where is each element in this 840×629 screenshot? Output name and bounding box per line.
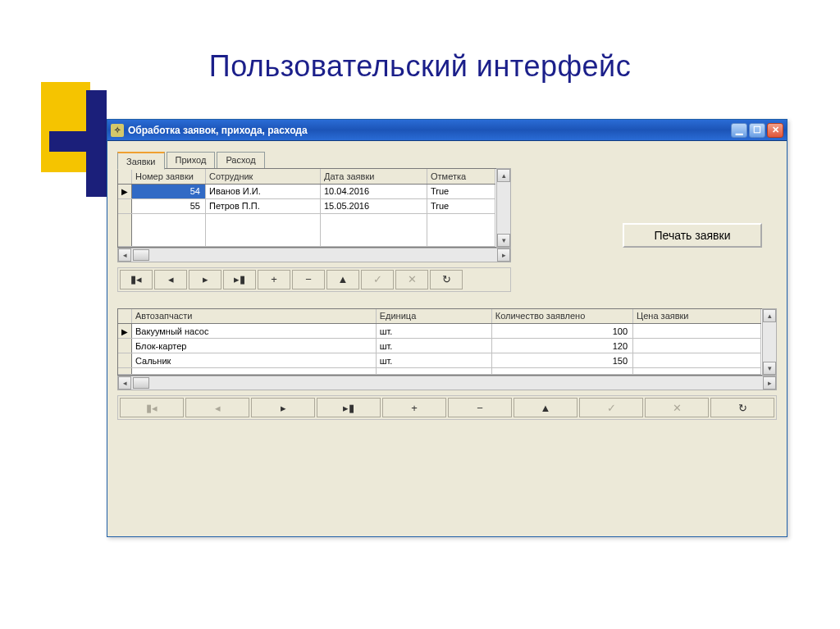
nav-cancel-button[interactable]: ✕ (645, 398, 709, 417)
cell-part[interactable]: Сальник (132, 353, 377, 368)
titlebar[interactable]: ✧ Обработка заявок, прихода, расхода ▁ ☐… (107, 120, 787, 141)
col-unit[interactable]: Единица (376, 309, 491, 324)
scroll-up-icon[interactable]: ▴ (763, 309, 776, 322)
window-content: Заявки Приход Расход Номер заявки Сотруд… (107, 141, 787, 536)
cell-price[interactable] (633, 324, 761, 339)
cell-qty[interactable]: 100 (491, 324, 632, 339)
nav-insert-button[interactable]: + (382, 398, 446, 417)
nav-insert-button[interactable]: + (258, 270, 290, 289)
nav-first-button[interactable]: ▮◂ (120, 398, 184, 417)
bottom-grid-wrap: Автозапчасти Единица Количество заявлено… (117, 308, 777, 391)
top-grid[interactable]: Номер заявки Сотрудник Дата заявки Отмет… (117, 168, 511, 248)
scroll-up-icon[interactable]: ▴ (497, 169, 510, 182)
nav-next-button[interactable]: ▸ (251, 398, 315, 417)
top-grid-wrap: Номер заявки Сотрудник Дата заявки Отмет… (117, 168, 511, 262)
table-row[interactable]: Сальник шт. 150 (118, 353, 761, 368)
nav-delete-button[interactable]: − (448, 398, 512, 417)
prev-icon: ◂ (215, 402, 221, 414)
nav-first-button[interactable]: ▮◂ (120, 270, 153, 289)
scroll-thumb[interactable] (133, 377, 149, 389)
cell-unit[interactable]: шт. (376, 324, 491, 339)
cell-employee[interactable]: Петров П.П. (206, 198, 321, 213)
current-row-indicator-icon: ▶ (121, 187, 128, 196)
indicator-header (118, 169, 132, 184)
first-icon: ▮◂ (130, 273, 142, 285)
scroll-track[interactable] (149, 248, 497, 262)
grid-filler (118, 368, 761, 375)
grid-filler (118, 213, 495, 246)
scroll-right-icon[interactable]: ▸ (763, 376, 776, 390)
nav-refresh-button[interactable]: ↻ (710, 398, 774, 417)
bottom-grid-header-row: Автозапчасти Единица Количество заявлено… (118, 309, 761, 324)
table-row[interactable]: Блок-картер шт. 120 (118, 339, 761, 353)
maximize-button[interactable]: ☐ (749, 123, 765, 138)
nav-prev-button[interactable]: ◂ (154, 270, 187, 289)
app-icon: ✧ (111, 124, 124, 137)
table-row[interactable]: ▶ 54 Иванов И.И. 10.04.2016 True (118, 184, 495, 198)
col-date[interactable]: Дата заявки (321, 169, 427, 184)
cell-date[interactable]: 10.04.2016 (321, 184, 427, 198)
tab-requests[interactable]: Заявки (117, 152, 165, 170)
bottom-grid[interactable]: Автозапчасти Единица Количество заявлено… (117, 308, 777, 376)
nav-edit-button[interactable]: ▲ (514, 398, 578, 417)
scroll-thumb[interactable] (133, 249, 149, 261)
nav-next-button[interactable]: ▸ (189, 270, 221, 289)
scroll-track[interactable] (763, 322, 776, 362)
nav-cancel-button[interactable]: ✕ (395, 270, 428, 289)
scroll-left-icon[interactable]: ◂ (118, 376, 131, 390)
cell-unit[interactable]: шт. (376, 353, 491, 368)
cell-price[interactable] (633, 353, 761, 368)
col-qty[interactable]: Количество заявлено (491, 309, 632, 324)
cell-num[interactable]: 55 (132, 198, 206, 213)
scroll-down-icon[interactable]: ▾ (497, 234, 510, 247)
tab-bar: Заявки Приход Расход (117, 152, 777, 169)
cell-price[interactable] (633, 339, 761, 353)
window-title: Обработка заявок, прихода, расхода (128, 125, 308, 136)
table-row[interactable]: ▶ Вакуумный насос шт. 100 (118, 324, 761, 339)
col-price[interactable]: Цена заявки (633, 309, 761, 324)
current-row-indicator-icon: ▶ (121, 327, 128, 336)
top-grid-vscroll[interactable]: ▴ ▾ (496, 168, 511, 248)
last-icon: ▸▮ (343, 402, 354, 414)
bottom-grid-hscroll[interactable]: ◂ ▸ (117, 376, 777, 390)
nav-refresh-button[interactable]: ↻ (430, 270, 463, 289)
nav-post-button[interactable]: ✓ (579, 398, 643, 417)
cell-employee[interactable]: Иванов И.И. (206, 184, 321, 198)
col-mark[interactable]: Отметка (427, 169, 495, 184)
cell-qty[interactable]: 120 (491, 339, 632, 353)
scroll-track[interactable] (149, 376, 763, 390)
tab-income[interactable]: Приход (167, 152, 216, 169)
nav-post-button[interactable]: ✓ (361, 270, 394, 289)
col-part[interactable]: Автозапчасти (132, 309, 377, 324)
cell-part[interactable]: Блок-картер (132, 339, 377, 353)
cell-qty[interactable]: 150 (491, 353, 632, 368)
scroll-right-icon[interactable]: ▸ (497, 248, 510, 262)
slide-decoration-blue-v (86, 90, 107, 197)
cell-num[interactable]: 54 (132, 184, 206, 198)
scroll-left-icon[interactable]: ◂ (118, 248, 131, 262)
table-row[interactable]: 55 Петров П.П. 15.05.2016 True (118, 198, 495, 213)
cell-part[interactable]: Вакуумный насос (132, 324, 377, 339)
nav-delete-button[interactable]: − (292, 270, 325, 289)
next-icon: ▸ (203, 273, 208, 285)
cell-unit[interactable]: шт. (376, 339, 491, 353)
nav-prev-button[interactable]: ◂ (185, 398, 249, 417)
nav-edit-button[interactable]: ▲ (326, 270, 359, 289)
scroll-track[interactable] (497, 182, 510, 234)
top-grid-hscroll[interactable]: ◂ ▸ (117, 248, 511, 262)
top-grid-header-row: Номер заявки Сотрудник Дата заявки Отмет… (118, 169, 495, 184)
application-window: ✧ Обработка заявок, прихода, расхода ▁ ☐… (107, 119, 788, 537)
close-button[interactable]: ✕ (767, 123, 783, 138)
col-employee[interactable]: Сотрудник (206, 169, 321, 184)
nav-last-button[interactable]: ▸▮ (223, 270, 256, 289)
cell-mark[interactable]: True (427, 198, 495, 213)
scroll-down-icon[interactable]: ▾ (763, 362, 776, 375)
cell-date[interactable]: 15.05.2016 (321, 198, 427, 213)
nav-last-button[interactable]: ▸▮ (317, 398, 381, 417)
col-request-num[interactable]: Номер заявки (132, 169, 206, 184)
cell-mark[interactable]: True (427, 184, 495, 198)
print-request-button[interactable]: Печать заявки (623, 223, 762, 248)
bottom-grid-vscroll[interactable]: ▴ ▾ (762, 308, 777, 376)
minimize-button[interactable]: ▁ (731, 123, 747, 138)
tab-expense[interactable]: Расход (217, 152, 264, 169)
